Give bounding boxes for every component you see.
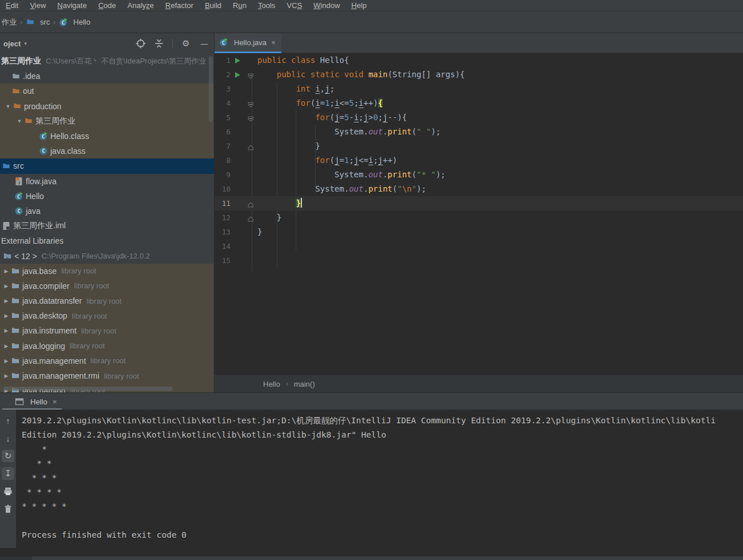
tree-row-_[interactable]: ▼第三周作业: [0, 114, 214, 129]
code-line-4[interactable]: 4 for(i=1;i<=5;i++){: [214, 96, 743, 110]
print-icon[interactable]: [2, 485, 14, 498]
code-line-12[interactable]: 12 }: [214, 211, 743, 225]
menu-item-refactor[interactable]: Refactor: [160, 0, 199, 11]
chevron-expanded-icon[interactable]: ▼: [3, 104, 13, 109]
console-output[interactable]: 2019.2.2\plugins\Kotlin\kotlinc\lib\kotl…: [16, 410, 743, 548]
settings-icon[interactable]: ⚙: [181, 38, 191, 49]
editor-tab-hello-java[interactable]: C Hello.java ×: [214, 33, 281, 53]
svg-text:C: C: [17, 193, 20, 199]
tree-row-java[interactable]: Cjava: [0, 204, 214, 219]
code-line-5[interactable]: 5 for(j=5-i;j>0;j--){: [214, 110, 743, 125]
tree-row-java.instrument[interactable]: ▶java.instrumentlibrary root: [0, 323, 214, 338]
tree-row-_.iml[interactable]: 第三周作业.iml: [0, 219, 214, 233]
tree-row-java.management[interactable]: ▶java.managementlibrary root: [0, 354, 214, 368]
tree-row-External_Libraries[interactable]: External Libraries: [0, 233, 214, 248]
chevron-collapsed-icon[interactable]: ▶: [2, 373, 11, 379]
code-line-7[interactable]: 7 }: [214, 139, 743, 153]
breadcrumb-item-src[interactable]: src: [26, 18, 50, 27]
menu-item-vcs[interactable]: VCS: [281, 0, 308, 11]
code-line-2[interactable]: 2 public static void main(String[] args)…: [214, 67, 743, 82]
locate-icon[interactable]: [136, 38, 146, 49]
chevron-collapsed-icon[interactable]: ▶: [2, 343, 11, 349]
run-tab-label: Hello: [30, 398, 47, 406]
menu-item-navigate[interactable]: Navigate: [51, 0, 92, 11]
tree-row-<_12_>[interactable]: < 12 >C:\Program Files\Java\jdk-12.0.2: [0, 248, 214, 263]
tree-row-src[interactable]: src: [0, 158, 214, 173]
tree-row-label: .idea: [23, 72, 40, 81]
tree-row-java.compiler[interactable]: ▶java.compilerlibrary root: [0, 279, 214, 293]
clear-icon[interactable]: [2, 503, 14, 515]
chevron-collapsed-icon[interactable]: ▶: [2, 313, 11, 319]
menu-item-code[interactable]: Code: [93, 0, 122, 11]
chevron-collapsed-icon[interactable]: ▶: [2, 298, 11, 304]
console-line-9: Process finished with exit code 0: [22, 528, 743, 542]
console-line-8: [22, 514, 743, 528]
tree-horizontal-scrollbar[interactable]: [3, 387, 173, 391]
breadcrumb-item-作业[interactable]: 作业: [2, 17, 17, 27]
code-line-13[interactable]: 13}: [214, 225, 743, 239]
title-bar: EditViewNavigateCodeAnalyzeRefactorBuild…: [0, 0, 743, 11]
hide-icon[interactable]: —: [199, 38, 209, 49]
chevron-down-icon[interactable]: ▾: [24, 41, 27, 46]
tree-row-flow.java[interactable]: Jflow.java: [0, 174, 214, 189]
line-number: 14: [214, 239, 231, 253]
breadcrumb-item-Hello[interactable]: CHello: [59, 18, 90, 27]
up-icon[interactable]: ↑: [2, 414, 14, 427]
menu-item-tools[interactable]: Tools: [252, 0, 281, 11]
scroll-end-icon[interactable]: ↧: [2, 467, 14, 480]
chevron-collapsed-icon[interactable]: ▶: [2, 283, 11, 289]
code-text: System.out.print(" ");: [257, 125, 440, 139]
menu-item-help[interactable]: Help: [345, 0, 372, 11]
rerun-icon[interactable]: ↻: [2, 450, 14, 462]
chevron-collapsed-icon[interactable]: ▶: [2, 328, 11, 333]
close-icon[interactable]: ×: [270, 38, 276, 47]
chevron-collapsed-icon[interactable]: ▶: [2, 268, 11, 274]
console-line-6: * * * *: [22, 485, 743, 499]
code-editor[interactable]: 1public class Hello{2 public static void…: [214, 53, 743, 375]
folder-o-icon: [24, 117, 35, 126]
tree-row-Hello.class[interactable]: CHello.class: [0, 129, 214, 144]
menu-item-build[interactable]: Build: [199, 0, 227, 11]
tree-vertical-scrollbar[interactable]: [209, 56, 213, 122]
tree-row-label: java.instrument: [22, 326, 77, 335]
tree-row-java.class[interactable]: Cjava.class: [0, 144, 214, 158]
run-tab-hello[interactable]: Hello ×: [15, 393, 57, 410]
editor-breadcrumb-main[interactable]: main(): [294, 380, 315, 388]
code-line-8[interactable]: 8 for(j=1;j<=i;j++): [214, 153, 743, 168]
tree-row-java.management.rmi[interactable]: ▶java.management.rmilibrary root: [0, 368, 214, 383]
code-line-15[interactable]: 15: [214, 253, 743, 268]
menu-item-window[interactable]: Window: [308, 0, 345, 11]
code-line-14[interactable]: 14: [214, 239, 743, 253]
breadcrumb-separator: ›: [280, 380, 294, 388]
tree-row-out[interactable]: out: [0, 84, 214, 98]
tree-row-java.base[interactable]: ▶java.baselibrary root: [0, 264, 214, 279]
collapse-all-icon[interactable]: [154, 38, 164, 49]
tree-row-production[interactable]: ▼production: [0, 99, 214, 114]
code-line-9[interactable]: 9 System.out.print("* ");: [214, 168, 743, 182]
project-panel-title[interactable]: oject: [3, 39, 21, 48]
chevron-expanded-icon[interactable]: ▼: [15, 118, 24, 124]
code-line-3[interactable]: 3 int i,j;: [214, 82, 743, 96]
code-text: System.out.print("\n");: [257, 182, 426, 196]
editor-breadcrumb-Hello[interactable]: Hello: [263, 380, 280, 388]
tree-row-java.desktop[interactable]: ▶java.desktoplibrary root: [0, 308, 214, 323]
tree-row-_[interactable]: 第三周作业C:\Users\百花丶 不自赏\IdeaProjects\第三周作业: [0, 54, 214, 69]
menu-item-run[interactable]: Run: [227, 0, 252, 11]
tree-row-java.datatransfer[interactable]: ▶java.datatransferlibrary root: [0, 293, 214, 308]
menu-item-analyze[interactable]: Analyze: [122, 0, 160, 11]
tree-row-.idea[interactable]: .idea: [0, 69, 214, 84]
menu-item-edit[interactable]: Edit: [0, 0, 24, 11]
code-line-6[interactable]: 6 System.out.print(" ");: [214, 125, 743, 139]
code-line-1[interactable]: 1public class Hello{: [214, 53, 743, 67]
code-line-11[interactable]: 11 }: [214, 196, 743, 211]
folder-icon: [11, 72, 23, 81]
tree-row-java.logging[interactable]: ▶java.logginglibrary root: [0, 339, 214, 354]
tree-row-Hello[interactable]: CHello: [0, 189, 214, 204]
code-line-10[interactable]: 10 System.out.print("\n");: [214, 182, 743, 196]
run-line-icon[interactable]: [235, 72, 240, 78]
menu-item-view[interactable]: View: [24, 0, 51, 11]
run-line-icon[interactable]: [235, 58, 240, 63]
chevron-collapsed-icon[interactable]: ▶: [2, 358, 11, 364]
close-icon[interactable]: ×: [51, 398, 57, 406]
down-icon[interactable]: ↓: [2, 432, 14, 444]
